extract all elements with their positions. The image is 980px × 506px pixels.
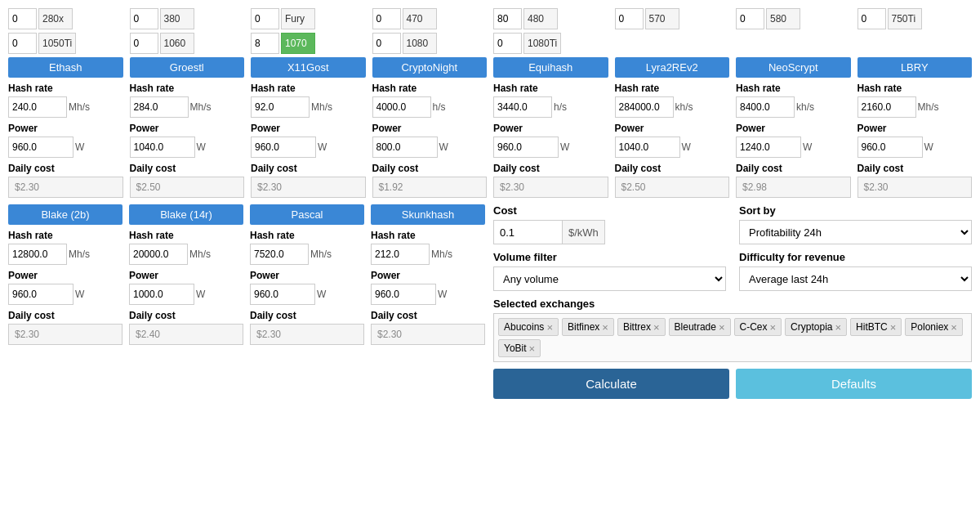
hash-rate-input[interactable] [129, 244, 188, 265]
exchange-remove-icon[interactable]: × [770, 321, 777, 334]
power-input[interactable] [130, 137, 195, 158]
daily-cost-value: $2.30 [858, 177, 973, 198]
power-unit: W [682, 141, 691, 153]
algo-button[interactable]: X11Gost [251, 57, 366, 78]
algo-button[interactable]: Groestl [130, 57, 245, 78]
algo-button[interactable]: Ethash [8, 57, 123, 78]
hash-rate-input[interactable] [130, 96, 189, 118]
exchange-remove-icon[interactable]: × [546, 321, 553, 334]
gpu-pair: 1080 [372, 33, 488, 54]
hash-unit: Mh/s [69, 249, 90, 260]
power-label: Power [372, 123, 488, 134]
sort-label: Sort by [739, 204, 972, 217]
power-input[interactable] [251, 137, 316, 158]
exchange-name: YoBit [504, 343, 527, 354]
algo-button[interactable]: Skunkhash [371, 204, 485, 225]
gpu-count-input[interactable] [8, 33, 37, 54]
gpu-count-input[interactable] [130, 33, 158, 54]
volume-select[interactable]: Any volume [493, 266, 726, 291]
algo-column: CryptoNightHash rateh/sPowerWDaily cost$… [372, 57, 488, 198]
exchange-remove-icon[interactable]: × [951, 321, 957, 334]
daily-cost-label: Daily cost [8, 163, 123, 174]
hash-rate-input[interactable] [615, 96, 674, 118]
gpu-count-input[interactable] [372, 8, 401, 29]
daily-cost-label: Daily cost [371, 310, 485, 321]
exchange-tag: C-Cex× [734, 318, 782, 336]
gpu-count-input[interactable] [130, 8, 158, 29]
power-input[interactable] [129, 284, 194, 305]
algo-button[interactable]: Blake (14r) [129, 204, 243, 225]
gpu-count-input[interactable] [372, 33, 401, 54]
power-unit: W [317, 289, 326, 300]
power-label: Power [129, 270, 243, 281]
gpu-count-input[interactable] [736, 8, 764, 29]
gpu-pair: 570 [615, 8, 730, 29]
gpu-pair: Fury [251, 8, 366, 29]
gpu-count-input[interactable] [8, 8, 37, 29]
power-input[interactable] [8, 137, 74, 158]
calculate-button[interactable]: Calculate [493, 369, 729, 399]
algo-button[interactable]: CryptoNight [372, 57, 488, 78]
difficulty-select[interactable]: Average last 24h [739, 266, 972, 291]
hash-rate-input[interactable] [371, 244, 430, 265]
hash-rate-input[interactable] [8, 96, 67, 118]
hash-unit: h/s [433, 101, 446, 113]
exchange-remove-icon[interactable]: × [529, 343, 536, 355]
power-input[interactable] [493, 137, 559, 158]
algo-button[interactable]: NeoScrypt [736, 57, 851, 78]
hash-rate-label: Hash rate [615, 83, 730, 94]
exchange-remove-icon[interactable]: × [890, 321, 897, 334]
hash-rate-label: Hash rate [858, 83, 973, 94]
power-input[interactable] [736, 137, 801, 158]
hash-rate-input[interactable] [493, 96, 552, 118]
algo-button[interactable]: LBRY [858, 57, 973, 78]
hash-rate-input[interactable] [8, 244, 67, 265]
cost-unit: $/kWh [563, 220, 605, 244]
algo-button[interactable]: Equihash [493, 57, 608, 78]
hash-rate-input[interactable] [372, 96, 431, 118]
hash-unit: Mh/s [311, 101, 332, 113]
gpu-row-2: 1050Ti1060107010801080Ti [8, 33, 972, 54]
algo-column: SkunkhashHash rateMh/sPowerWDaily cost$2… [371, 204, 485, 399]
hash-rate-input[interactable] [736, 96, 795, 118]
hash-rate-label: Hash rate [129, 230, 243, 241]
power-input[interactable] [371, 284, 436, 305]
sort-select[interactable]: Profitability 24h [739, 220, 972, 244]
gpu-count-input[interactable] [615, 8, 644, 29]
exchange-name: Cryptopia [791, 321, 832, 333]
gpu-count-input[interactable] [251, 8, 279, 29]
power-label: Power [250, 270, 364, 281]
hash-unit: Mh/s [431, 249, 452, 260]
hash-rate-input[interactable] [250, 244, 309, 265]
algo-button[interactable]: Blake (2b) [8, 204, 122, 225]
hash-rate-label: Hash rate [8, 83, 123, 94]
exchange-tag: HitBTC× [850, 318, 902, 336]
algo-button[interactable]: Lyra2REv2 [615, 57, 730, 78]
daily-cost-label: Daily cost [130, 163, 245, 174]
gpu-count-input[interactable] [858, 8, 886, 29]
gpu-count-input[interactable] [493, 33, 522, 54]
exchange-remove-icon[interactable]: × [719, 321, 725, 334]
power-input[interactable] [250, 284, 315, 305]
gpu-pair: 1060 [130, 33, 245, 54]
gpu-model-label: 280x [38, 8, 73, 29]
gpu-pair: 470 [372, 8, 488, 29]
cost-input[interactable] [493, 220, 563, 244]
exchange-remove-icon[interactable]: × [653, 321, 660, 334]
gpu-count-input[interactable] [493, 8, 522, 29]
hash-rate-input[interactable] [251, 96, 310, 118]
power-label: Power [736, 123, 851, 134]
hash-rate-input[interactable] [858, 96, 916, 118]
algo-column: EquihashHash rateh/sPowerWDaily cost$2.3… [493, 57, 608, 198]
algo-button[interactable]: Pascal [250, 204, 364, 225]
gpu-count-input[interactable] [251, 33, 279, 54]
exchange-remove-icon[interactable]: × [602, 321, 608, 334]
power-input[interactable] [372, 137, 438, 158]
exchange-remove-icon[interactable]: × [835, 321, 841, 334]
power-input[interactable] [615, 137, 680, 158]
defaults-button[interactable]: Defaults [736, 369, 972, 399]
power-input[interactable] [8, 284, 74, 305]
power-input[interactable] [858, 137, 923, 158]
daily-cost-value: $2.30 [493, 177, 608, 198]
gpu-model-label: 1050Ti [38, 33, 76, 54]
